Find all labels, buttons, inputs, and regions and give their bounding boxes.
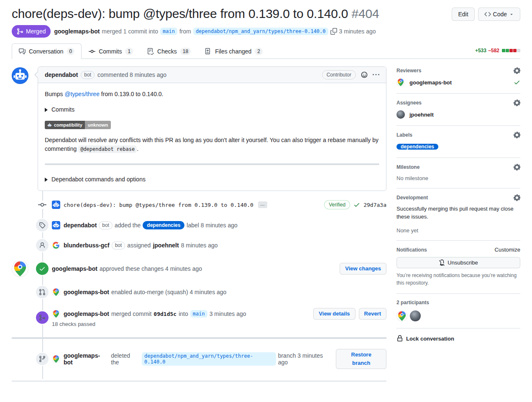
- bot-badge: bot: [112, 242, 125, 249]
- comment-dependabot: dependabot bot commented 8 minutes ago C…: [38, 66, 386, 191]
- revert-button[interactable]: Revert: [359, 308, 386, 320]
- assignee-row: jpoehnelt: [396, 110, 520, 119]
- header-actions: Edit Code: [452, 8, 520, 21]
- sidebar-section-assignees: Assignees jpoehnelt: [396, 94, 520, 126]
- deleted-branch-chip: dependabot/npm_and_yarn/types/three-0.14…: [142, 352, 276, 366]
- timeline-event-automerge: googlemaps-bot enabled auto-merge (squas…: [12, 282, 386, 302]
- dependencies-label[interactable]: dependencies: [143, 221, 184, 229]
- timeline-event-assigned: blunderbuss-gcf bot assigned jpoehnelt 8…: [12, 235, 386, 255]
- comment-discussion-icon: [19, 48, 26, 55]
- event-actor[interactable]: googlemaps-bot: [52, 265, 97, 272]
- tab-counter: 2: [255, 48, 263, 55]
- event-actor[interactable]: googlemaps-bot: [64, 352, 109, 366]
- avatar-googlemaps-bot-small[interactable]: [52, 310, 60, 318]
- event-actor[interactable]: blunderbuss-gcf: [64, 242, 110, 249]
- branch-icon-badge: [36, 353, 49, 365]
- maps-pin-icon: [396, 78, 405, 87]
- tab-commits[interactable]: Commits 1: [82, 43, 140, 59]
- customize-link[interactable]: Customize: [495, 247, 520, 253]
- pr-header: chore(deps-dev): bump @types/three from …: [12, 6, 520, 38]
- copy-icon[interactable]: [330, 28, 337, 35]
- avatar-jpoehnelt[interactable]: [396, 110, 405, 119]
- event-actor[interactable]: googlemaps-bot: [64, 310, 109, 317]
- base-branch-chip[interactable]: main: [160, 28, 177, 35]
- avatar-blunderbuss-gcf[interactable]: [52, 241, 60, 249]
- code-button[interactable]: Code: [478, 8, 520, 21]
- view-details-button[interactable]: View details: [313, 308, 355, 320]
- gear-icon[interactable]: [514, 132, 520, 138]
- view-changes-button[interactable]: View changes: [340, 263, 386, 275]
- commands-details-toggle[interactable]: Dependabot commands and options: [45, 175, 379, 184]
- git-branch-icon: [39, 356, 46, 362]
- assignees-title: Assignees: [396, 100, 422, 106]
- smiley-reaction-icon[interactable]: [361, 71, 368, 78]
- avatar-dependabot-small[interactable]: [52, 221, 60, 229]
- avatar-googlemaps-bot-small[interactable]: [52, 288, 60, 296]
- from-text: from: [179, 28, 191, 35]
- maps-pin-icon: [52, 355, 60, 363]
- checks-passed-link[interactable]: 18 checks passed: [52, 321, 386, 327]
- rebase-note: Dependabot will resolve any conflicts wi…: [45, 136, 379, 153]
- commit-sha-link[interactable]: 29d7a3a: [363, 202, 386, 208]
- head-branch-chip[interactable]: dependabot/npm_and_yarn/types/three-0.14…: [193, 28, 328, 35]
- tab-checks[interactable]: Checks 18: [140, 43, 198, 59]
- gear-icon[interactable]: [514, 99, 520, 106]
- avatar-dependabot[interactable]: [12, 67, 28, 84]
- avatar-googlemaps-bot-small[interactable]: [396, 78, 405, 87]
- avatar-jpoehnelt-small[interactable]: [410, 310, 421, 321]
- comment-author[interactable]: dependabot: [45, 71, 78, 78]
- person-icon: [39, 242, 46, 249]
- notifications-caption: You’re receiving notifications because y…: [396, 272, 520, 287]
- base-branch-chip[interactable]: main: [190, 310, 207, 318]
- discussion-column: dependabot bot commented 8 minutes ago C…: [12, 66, 386, 382]
- pr-sidebar: Reviewers googlemaps-bot Assignees: [396, 66, 520, 349]
- comment-timestamp: commented 8 minutes ago: [97, 71, 166, 78]
- lock-conversation-button[interactable]: Lock conversation: [396, 328, 520, 349]
- merged-commit-sha[interactable]: 09d1d5c: [153, 311, 176, 317]
- package-link[interactable]: @types/three: [64, 91, 99, 97]
- pr-meta: Merged googlemaps-bot merged 1 commit in…: [12, 25, 520, 38]
- milestone-empty-text: No milestone: [396, 175, 428, 181]
- reviewer-name[interactable]: googlemaps-bot: [409, 79, 452, 86]
- pr-author-link[interactable]: googlemaps-bot: [54, 28, 100, 35]
- commit-expander[interactable]: …: [258, 201, 267, 208]
- commit-message-link[interactable]: chore(deps-dev): bump @types/three from …: [64, 202, 253, 208]
- diff-blocks: [502, 49, 520, 52]
- milestone-title: Milestone: [396, 164, 419, 170]
- pr-page: chore(deps-dev): bump @types/three from …: [0, 0, 532, 402]
- author-association-badge: Contributor: [322, 70, 356, 79]
- labels-title: Labels: [396, 132, 412, 138]
- assignee-link[interactable]: jpoehnelt: [153, 242, 179, 249]
- avatar-googlemaps-bot-small[interactable]: [52, 355, 60, 363]
- lock-icon: [396, 335, 403, 342]
- bot-badge: bot: [81, 71, 95, 79]
- development-text: Successfully merging this pull request m…: [396, 205, 520, 221]
- pr-tabs: Conversation 0 Commits 1 Checks 18 Files…: [12, 43, 520, 59]
- gear-icon[interactable]: [514, 164, 520, 170]
- gear-icon[interactable]: [514, 67, 520, 74]
- dependencies-label[interactable]: dependencies: [396, 144, 438, 150]
- event-actor[interactable]: googlemaps-bot: [64, 289, 109, 295]
- unsubscribe-button[interactable]: Unsubscribe: [396, 257, 520, 268]
- avatar-googlemaps-bot-small[interactable]: [396, 310, 407, 321]
- comment-row: dependabot bot commented 8 minutes ago C…: [12, 66, 386, 191]
- restore-branch-button[interactable]: Restore branch: [336, 349, 386, 369]
- assignee-name[interactable]: jpoehnelt: [409, 112, 434, 118]
- maps-pin-icon: [396, 310, 407, 321]
- tab-conversation[interactable]: Conversation 0: [12, 43, 82, 59]
- commits-details-toggle[interactable]: Commits: [45, 105, 379, 114]
- timeline: dependabot bot commented 8 minutes ago C…: [12, 66, 386, 379]
- tag-icon-badge: [36, 219, 49, 232]
- verified-badge[interactable]: Verified: [324, 200, 350, 209]
- tab-files-changed[interactable]: Files changed 2: [198, 43, 270, 59]
- edit-button[interactable]: Edit: [452, 8, 474, 21]
- avatar-googlemaps-bot[interactable]: [12, 260, 28, 277]
- kebab-menu-icon[interactable]: [373, 71, 379, 78]
- compatibility-score-badge[interactable]: compatibility unknown: [45, 121, 111, 129]
- collapsed-triangle-icon: [45, 178, 48, 182]
- event-actor[interactable]: dependabot: [64, 222, 97, 229]
- gear-icon[interactable]: [514, 194, 520, 201]
- avatar-dependabot-small[interactable]: [52, 201, 60, 209]
- sidebar-section-development: Development Successfully merging this pu…: [396, 188, 520, 241]
- merged-state-badge: Merged: [12, 25, 51, 38]
